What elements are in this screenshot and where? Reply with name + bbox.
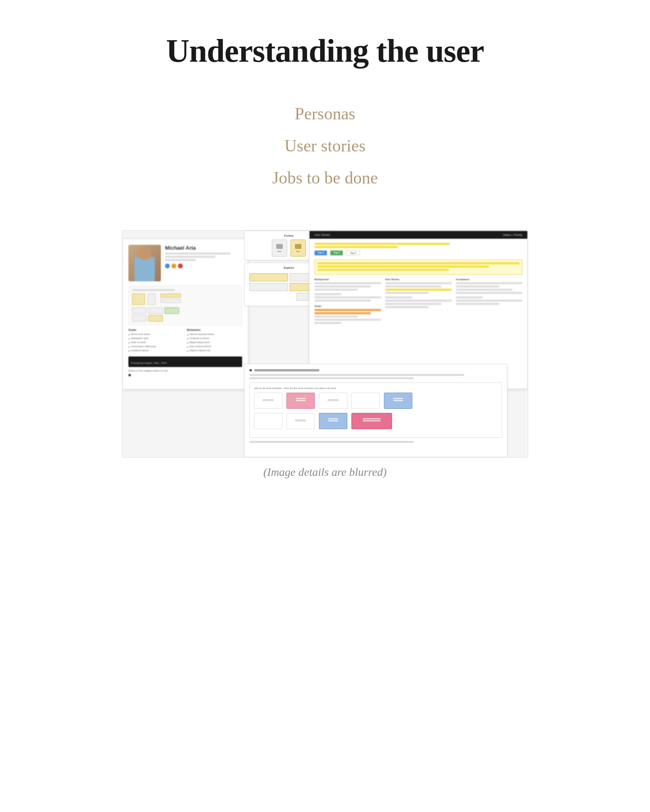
persona-social-icons <box>165 263 242 268</box>
kanban-cell-yellow-1 <box>249 273 288 281</box>
behavior-2: Ut labore et dolore <box>187 337 242 340</box>
page-container: Understanding the user Personas User sto… <box>0 0 650 544</box>
persona-card: Michael Aria <box>122 239 248 389</box>
desc-line-2 <box>165 256 215 258</box>
bottom-title <box>254 369 319 371</box>
content-col-right: User Stories <box>385 278 452 325</box>
kanban-row-1 <box>254 393 498 409</box>
sub-card-2 <box>147 294 156 305</box>
tag-outline: Tag 3 <box>346 251 360 255</box>
kanban-text-2: item <box>296 250 300 253</box>
subtitle-user-stories: User stories <box>284 134 365 158</box>
sub-card-1 <box>132 294 145 305</box>
desc-line-1 <box>165 253 231 255</box>
subtitle-list: Personas User stories Jobs to be done <box>272 102 378 190</box>
kanban-board-main: Jobs-to-be-done template · Here are the … <box>249 382 502 438</box>
section-label-goals: Goals <box>314 305 381 307</box>
content-col-extra: Acceptance <box>456 278 522 325</box>
kanban-cell-1 <box>132 307 147 314</box>
mini-card-2 <box>160 299 181 303</box>
kanban-item-2: item <box>290 240 306 257</box>
cell-2-2 <box>286 413 315 429</box>
behaviors-title: Behaviors <box>187 328 242 331</box>
content-col-left: Background Goals <box>314 278 381 325</box>
section-label-3: Acceptance <box>456 278 522 281</box>
persona-info: Michael Aria <box>165 245 242 268</box>
sub-mini-cards <box>160 294 181 305</box>
yellow-block <box>314 259 522 275</box>
desc-line-3 <box>165 259 196 261</box>
note-item <box>128 374 242 383</box>
goal-1: Nemo enim ipsam <box>128 333 184 336</box>
kanban-cell-3 <box>165 307 179 314</box>
behavior-4: Quis nostrud exercit <box>187 345 242 348</box>
prototyping-insights-bar: Prototyping Insights - May - 2024 <box>128 356 242 367</box>
sub-kanban-small <box>132 307 238 322</box>
persona-goals-section: Goals Nemo enim ipsam Voluptatem quia Do… <box>128 328 242 353</box>
bottom-kanban-board: Jobs-to-be-done template · Here are the … <box>244 364 507 457</box>
cell-2-3 <box>319 413 347 429</box>
kanban-row-2 <box>132 315 238 322</box>
kanban-item-1: item <box>272 240 287 257</box>
mini-card-1 <box>160 294 181 298</box>
persona-desc <box>165 253 242 261</box>
persona-goals-col: Goals Nemo enim ipsam Voluptatem quia Do… <box>128 328 184 353</box>
goal-4: Consectetur adipiscing <box>128 345 184 348</box>
notes-label: Notes on this category below (3 min). <box>128 369 242 372</box>
icon-orange <box>171 263 176 268</box>
kanban-text-1: item <box>277 250 281 253</box>
kanban-cell-5 <box>148 315 163 322</box>
header-right-text: Status • Priority <box>503 233 522 236</box>
kanban-cell-2 <box>148 307 163 314</box>
board-subtitle: Jobs-to-be-done template · Here are the … <box>254 387 498 389</box>
bottom-footer <box>249 441 502 443</box>
top-highlight-area: Tag 1 Tag 2 Tag 3 <box>314 243 522 255</box>
screenshot-container: Michael Aria <box>122 230 528 479</box>
cell-1-4 <box>351 393 380 409</box>
persona-name: Michael Aria <box>165 245 242 251</box>
bottom-bullet <box>249 369 252 371</box>
tag-green: Tag 2 <box>330 251 343 255</box>
persona-sub-panel <box>128 285 242 325</box>
right-panel-header: User Stories Status • Priority <box>310 231 527 239</box>
page-title: Understanding the user <box>166 32 484 69</box>
sub-line-1 <box>132 289 175 291</box>
goals-title: Goals <box>128 328 184 331</box>
bar-label: Prototyping Insights - May - 2024 <box>131 362 167 364</box>
kanban-icon-2 <box>295 244 301 249</box>
icon-red <box>178 263 183 268</box>
goal-2: Voluptatem quia <box>128 337 184 340</box>
tag-blue: Tag 1 <box>314 251 327 255</box>
cell-1-1 <box>254 393 282 409</box>
cell-1-5 <box>384 393 412 409</box>
icon-blue <box>165 263 170 268</box>
cell-2-1 <box>254 413 282 429</box>
note-bullet <box>128 374 131 376</box>
kanban-cell-grey-2 <box>249 283 288 291</box>
doc-tags: Tag 1 Tag 2 Tag 3 <box>314 251 522 255</box>
bottom-header <box>249 369 502 371</box>
persona-behaviors-col: Behaviors Sed do eiusmod tempo Ut labore… <box>187 328 242 353</box>
screenshot-wrapper: Michael Aria <box>122 230 528 458</box>
kanban-icon-1 <box>276 244 283 249</box>
bottom-desc <box>249 374 502 379</box>
goal-3: Dolor sit amet <box>128 341 184 344</box>
persona-avatar <box>128 245 161 281</box>
mock-screenshot: Michael Aria <box>122 230 528 458</box>
behavior-3: Magna aliqua enim <box>187 341 242 344</box>
content-columns: Background Goals <box>314 278 522 325</box>
kanban-row-2 <box>254 413 498 429</box>
goal-5: Incididunt labore <box>128 349 184 352</box>
persona-header: Michael Aria <box>128 245 242 281</box>
subtitle-jobs-to-be-done: Jobs to be done <box>272 166 378 190</box>
sub-cards <box>132 294 238 305</box>
header-left-text: User Stories <box>314 233 330 236</box>
section-label-1: Background <box>314 278 381 281</box>
cell-1-3 <box>319 393 347 409</box>
kanban-cell-4 <box>132 315 147 322</box>
subtitle-personas: Personas <box>295 102 355 126</box>
behavior-1: Sed do eiusmod tempo <box>187 333 242 336</box>
behavior-5: Ullamco laboris nisi <box>187 349 242 352</box>
section-label-2: User Stories <box>385 278 452 281</box>
cell-2-4 <box>351 413 392 429</box>
